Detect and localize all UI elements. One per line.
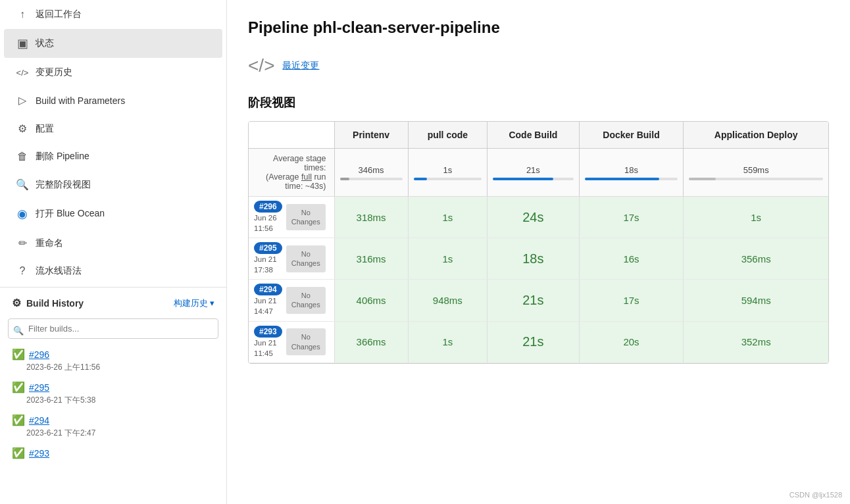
table-row[interactable]: #294 Jun 2114:47 No Changes 406ms948ms21…	[249, 280, 828, 321]
question-icon: ?	[16, 265, 29, 277]
build-number[interactable]: #295	[29, 382, 49, 393]
stage-table-wrapper: Printenvpull codeCode BuildDocker BuildA…	[248, 121, 829, 364]
sidebar-item-label: Build with Parameters	[36, 95, 125, 106]
stage-cell[interactable]: 356ms	[684, 238, 828, 280]
stage-cell[interactable]: 21s	[488, 321, 580, 363]
stage-cell[interactable]: 18s	[488, 238, 580, 280]
build-history-label: Build History	[26, 298, 84, 309]
filter-builds-input[interactable]	[8, 318, 218, 339]
sidebar-item-rename[interactable]: ✏重命名	[4, 230, 222, 257]
sidebar-item-back[interactable]: ↑返回工作台	[4, 1, 222, 28]
sidebar-item-label: 重命名	[36, 238, 63, 249]
build-badge[interactable]: #294	[254, 284, 282, 295]
search-icon: 🔍	[16, 178, 29, 191]
avg-cell-1: 1s	[408, 149, 487, 197]
gear-icon: ⚙	[12, 297, 21, 309]
sidebar-item-label: 状态	[36, 38, 54, 49]
avg-value: 346ms	[340, 165, 403, 175]
build-list: ✅ #296 2023-6-26 上午11:56 ✅ #295 2023-6-2…	[0, 344, 226, 463]
sidebar-item-config[interactable]: ⚙配置	[4, 115, 222, 142]
sidebar-item-build-params[interactable]: ▷Build with Parameters	[4, 87, 222, 114]
no-changes-button[interactable]: No Changes	[286, 287, 326, 314]
stage-cell[interactable]: 366ms	[334, 321, 408, 363]
build-info-inner: #296 Jun 2611:56 No Changes	[254, 201, 329, 234]
build-info-inner: #294 Jun 2114:47 No Changes	[254, 284, 329, 316]
col-header-printenv: Printenv	[334, 122, 408, 149]
sidebar-item-label: 删除 Pipeline	[36, 151, 89, 163]
table-row[interactable]: #296 Jun 2611:56 No Changes 318ms1s24s17…	[249, 197, 828, 238]
no-changes-button[interactable]: No Changes	[286, 328, 326, 355]
build-item[interactable]: ✅ #293	[0, 443, 226, 463]
stage-cell[interactable]: 16s	[579, 238, 684, 280]
progress-fill	[585, 178, 659, 180]
search-icon: 🔍	[13, 325, 24, 335]
build-badge-wrap: #296 Jun 2611:56	[254, 201, 282, 234]
build-badge[interactable]: #293	[254, 326, 282, 338]
table-row[interactable]: #293 Jun 2111:45 No Changes 366ms1s21s20…	[249, 321, 828, 363]
sidebar-item-delete[interactable]: 🗑删除 Pipeline	[4, 143, 222, 170]
build-item-top: ✅ #294	[12, 414, 214, 426]
sidebar-item-blue-ocean[interactable]: ◉打开 Blue Ocean	[4, 199, 222, 228]
filter-wrap: 🔍	[0, 316, 226, 344]
no-changes-button[interactable]: No Changes	[286, 245, 326, 272]
build-date-small: Jun 2117:38	[254, 254, 282, 275]
stage-cell[interactable]: 318ms	[334, 197, 408, 238]
stage-cell[interactable]: 1s	[684, 197, 828, 238]
build-badge[interactable]: #295	[254, 242, 282, 254]
success-icon: ✅	[12, 447, 25, 459]
build-badge[interactable]: #296	[254, 201, 282, 213]
gear-icon: ⚙	[16, 122, 29, 135]
recent-change-link[interactable]: 最近变更	[282, 60, 319, 72]
build-history-link[interactable]: 构建历史 ▾	[174, 297, 214, 309]
sidebar-item-syntax[interactable]: ?流水线语法	[4, 258, 222, 284]
stage-cell[interactable]: 316ms	[334, 238, 408, 280]
stage-cell[interactable]: 17s	[579, 197, 684, 238]
stage-view-title: 阶段视图	[248, 95, 829, 111]
blue-ocean-icon: ◉	[16, 207, 29, 221]
avg-value: 1s	[414, 165, 482, 175]
avg-cell-4: 559ms	[684, 149, 828, 197]
build-item[interactable]: ✅ #294 2023-6-21 下午2:47	[0, 410, 226, 443]
col-header-docker-build: Docker Build	[579, 122, 684, 149]
build-date: 2023-6-21 下午2:47	[12, 428, 214, 439]
col-header-pull-code: pull code	[408, 122, 487, 149]
stage-cell[interactable]: 594ms	[684, 280, 828, 321]
progress-bar	[689, 178, 823, 180]
stage-cell[interactable]: 406ms	[334, 280, 408, 321]
stage-cell[interactable]: 1s	[408, 321, 487, 363]
sidebar-item-full-stage[interactable]: 🔍完整阶段视图	[4, 171, 222, 198]
build-item[interactable]: ✅ #295 2023-6-21 下午5:38	[0, 377, 226, 410]
progress-fill	[493, 178, 553, 180]
sidebar-item-label: 返回工作台	[36, 9, 82, 20]
stage-cell[interactable]: 352ms	[684, 321, 828, 363]
col-header-code-build: Code Build	[488, 122, 580, 149]
progress-bar	[493, 178, 574, 180]
build-date-small: Jun 2611:56	[254, 213, 282, 234]
sidebar-item-history[interactable]: </>变更历史	[4, 59, 222, 86]
stage-cell[interactable]: 1s	[408, 197, 487, 238]
stage-cell[interactable]: 20s	[579, 321, 684, 363]
sidebar-item-label: 变更历史	[36, 66, 72, 78]
avg-label-cell: Average stage times:(Average full run ti…	[249, 149, 334, 197]
build-number[interactable]: #294	[29, 415, 49, 426]
build-number[interactable]: #293	[29, 448, 49, 459]
stage-cell[interactable]: 1s	[408, 238, 487, 280]
success-icon: ✅	[12, 414, 25, 426]
build-item-top: ✅ #295	[12, 381, 214, 393]
stage-cell[interactable]: 21s	[488, 280, 580, 321]
build-badge-wrap: #294 Jun 2114:47	[254, 284, 282, 316]
play-icon: ▷	[16, 94, 29, 107]
sidebar-item-status[interactable]: ▣状态	[4, 29, 222, 58]
build-item-top: ✅ #293	[12, 447, 214, 459]
no-changes-button[interactable]: No Changes	[286, 204, 326, 231]
stage-cell[interactable]: 17s	[579, 280, 684, 321]
build-info-cell: #296 Jun 2611:56 No Changes	[249, 197, 334, 238]
avg-cell-0: 346ms	[334, 149, 408, 197]
build-number[interactable]: #296	[29, 349, 49, 360]
code-icon: </>	[16, 68, 29, 78]
table-row[interactable]: #295 Jun 2117:38 No Changes 316ms1s18s16…	[249, 238, 828, 280]
build-item[interactable]: ✅ #296 2023-6-26 上午11:56	[0, 344, 226, 377]
stage-cell[interactable]: 948ms	[408, 280, 487, 321]
code-brackets-icon: </>	[248, 55, 274, 76]
stage-cell[interactable]: 24s	[488, 197, 580, 238]
